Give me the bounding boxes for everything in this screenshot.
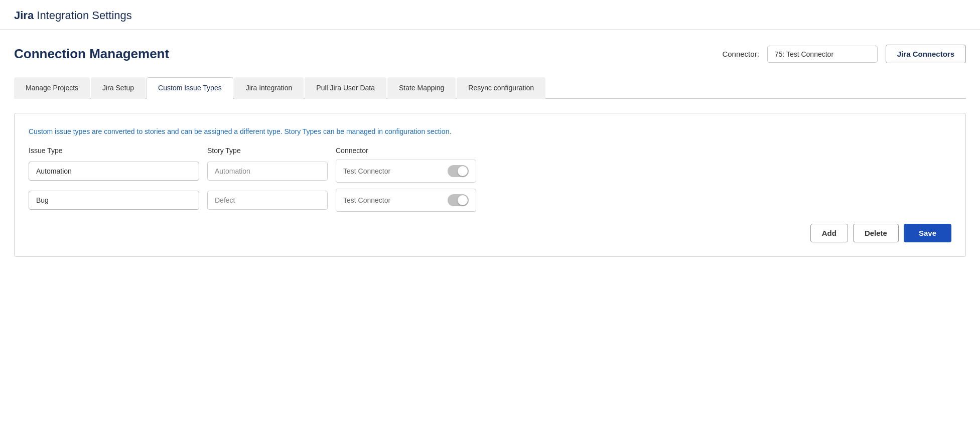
- issue-type-input-1[interactable]: [29, 191, 199, 210]
- delete-button[interactable]: Delete: [853, 224, 899, 242]
- page-title: Jira Integration Settings: [14, 9, 966, 22]
- tab-pull-jira-user-data[interactable]: Pull Jira User Data: [305, 77, 386, 99]
- connection-header: Connection Management Connector: Jira Co…: [14, 45, 966, 63]
- jira-connectors-button[interactable]: Jira Connectors: [886, 45, 966, 63]
- connector-name-1: Test Connector: [343, 196, 390, 204]
- columns-header: Issue Type Story Type Connector: [29, 147, 951, 155]
- add-button[interactable]: Add: [810, 224, 848, 242]
- connector-area: Connector: Jira Connectors: [722, 45, 966, 63]
- main-content: Connection Management Connector: Jira Co…: [0, 30, 980, 272]
- story-type-display-1: Defect: [207, 191, 328, 210]
- page-header: Jira Integration Settings: [0, 0, 980, 30]
- connector-cell-1: Test Connector: [336, 189, 476, 212]
- tab-custom-issue-types[interactable]: Custom Issue Types: [147, 77, 233, 99]
- tab-manage-projects[interactable]: Manage Projects: [14, 77, 90, 99]
- tab-jira-integration[interactable]: Jira Integration: [234, 77, 304, 99]
- col-header-connector: Connector: [336, 147, 476, 155]
- tab-resync-configuration[interactable]: Resync configuration: [457, 77, 545, 99]
- save-button[interactable]: Save: [904, 224, 951, 242]
- rows-container: Automation Test Connector Defect Test Co…: [29, 160, 951, 212]
- connector-input[interactable]: [767, 46, 878, 63]
- table-row: Automation Test Connector: [29, 160, 951, 183]
- tab-jira-setup[interactable]: Jira Setup: [91, 77, 146, 99]
- tab-state-mapping[interactable]: State Mapping: [387, 77, 456, 99]
- connector-label: Connector:: [722, 50, 759, 58]
- tabs-bar: Manage ProjectsJira SetupCustom Issue Ty…: [14, 77, 966, 99]
- story-type-display-0: Automation: [207, 162, 328, 181]
- table-row: Defect Test Connector: [29, 189, 951, 212]
- col-header-issue-type: Issue Type: [29, 147, 199, 155]
- issue-type-input-0[interactable]: [29, 162, 199, 181]
- info-text: Custom issue types are converted to stor…: [29, 127, 951, 135]
- actions-row: Add Delete Save: [29, 224, 951, 242]
- toggle-1[interactable]: [448, 194, 469, 206]
- toggle-0[interactable]: [448, 165, 469, 177]
- connector-cell-0: Test Connector: [336, 160, 476, 183]
- connection-management-title: Connection Management: [14, 46, 169, 62]
- connector-name-0: Test Connector: [343, 167, 390, 175]
- content-card: Custom issue types are converted to stor…: [14, 113, 966, 257]
- col-header-story-type: Story Type: [207, 147, 328, 155]
